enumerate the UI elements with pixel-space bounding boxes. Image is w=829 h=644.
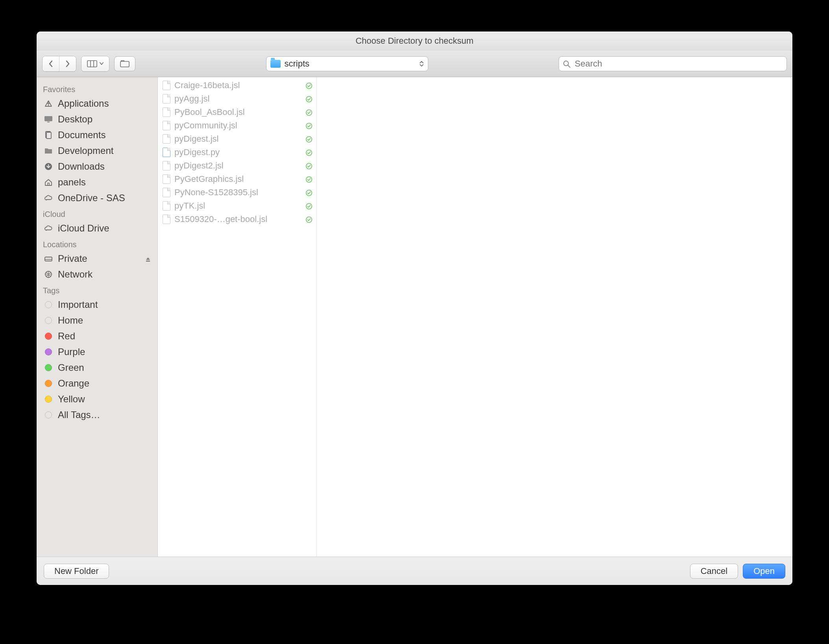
sidebar-item-tag-purple[interactable]: Purple: [37, 344, 157, 360]
svg-point-28: [306, 204, 312, 209]
eject-icon[interactable]: [145, 253, 151, 264]
sidebar-item-panels[interactable]: panels: [37, 174, 157, 190]
detail-column: [317, 77, 792, 557]
sidebar-item-tag-green[interactable]: Green: [37, 360, 157, 376]
forward-button[interactable]: [59, 56, 76, 71]
file-row[interactable]: Craige-16beta.jsl: [158, 79, 316, 92]
nav-seg: [42, 56, 76, 72]
folder-icon: [270, 60, 281, 68]
svg-rect-9: [44, 116, 52, 121]
sidebar-item-label: Orange: [58, 378, 89, 389]
svg-point-25: [306, 163, 312, 169]
tag-dot-icon: [43, 348, 54, 355]
grid-icon: [120, 60, 130, 67]
file-icon: [163, 134, 170, 144]
sidebar-item-network[interactable]: Network: [37, 266, 157, 282]
sidebar-item-label: Green: [58, 362, 84, 373]
svg-rect-10: [47, 122, 50, 122]
tag-dot-icon: [43, 380, 54, 387]
sidebar-item-onedrive[interactable]: OneDrive - SAS: [37, 190, 157, 206]
sidebar-item-label: Desktop: [58, 114, 93, 125]
new-folder-button[interactable]: New Folder: [44, 564, 109, 579]
file-row[interactable]: S1509320-…get-bool.jsl: [158, 213, 316, 226]
file-icon: [163, 161, 170, 170]
file-icon: [163, 94, 170, 104]
sync-status-icon: [305, 174, 313, 184]
file-name: pyDigest.py: [174, 147, 220, 157]
file-row[interactable]: pyAgg.jsl: [158, 92, 316, 105]
downloads-icon: [43, 162, 54, 171]
sidebar-item-downloads[interactable]: Downloads: [37, 159, 157, 174]
file-name: pyTK.jsl: [174, 201, 205, 211]
dialog-title: Choose Directory to checksum: [355, 36, 474, 46]
search-input[interactable]: [574, 58, 783, 69]
columns-icon: [87, 60, 97, 67]
sync-status-icon: [305, 147, 313, 157]
svg-rect-12: [46, 132, 51, 139]
svg-point-22: [306, 123, 312, 129]
file-icon: [163, 81, 170, 90]
sidebar-item-label: OneDrive - SAS: [58, 192, 125, 204]
chevron-right-icon: [65, 60, 70, 67]
back-button[interactable]: [43, 56, 59, 71]
documents-icon: [43, 131, 54, 139]
file-row[interactable]: pyTK.jsl: [158, 199, 316, 213]
sidebar-item-applications[interactable]: Applications: [37, 96, 157, 111]
apps-icon: [43, 99, 54, 108]
cancel-button[interactable]: Cancel: [690, 564, 738, 579]
sidebar-item-tag-all[interactable]: All Tags…: [37, 407, 157, 423]
file-row[interactable]: pyDigest.jsl: [158, 132, 316, 146]
sidebar-item-icloud-drive[interactable]: iCloud Drive: [37, 220, 157, 236]
file-row[interactable]: pyDigest2.jsl: [158, 159, 316, 172]
search-icon: [563, 59, 571, 69]
cloud-icon: [43, 194, 54, 202]
desktop-icon: [43, 115, 54, 124]
svg-point-19: [306, 83, 312, 89]
file-row[interactable]: PyBool_AsBool.jsl: [158, 105, 316, 119]
sidebar-item-tag-important[interactable]: Important: [37, 297, 157, 313]
tag-dot-icon: [43, 411, 54, 418]
sidebar-item-documents[interactable]: Documents: [37, 127, 157, 143]
file-name: pyCommunity.jsl: [174, 120, 237, 131]
view-seg: [81, 56, 109, 72]
sidebar: FavoritesApplicationsDesktopDocumentsDev…: [37, 77, 158, 557]
sync-status-icon: [305, 214, 313, 224]
open-dialog: Choose Directory to checksum: [37, 31, 792, 585]
file-row[interactable]: pyDigest.py: [158, 146, 316, 159]
chevron-left-icon: [48, 60, 54, 67]
sidebar-item-private[interactable]: Private: [37, 251, 157, 266]
file-name: PyGetGraphics.jsl: [174, 174, 244, 184]
sidebar-item-development[interactable]: Development: [37, 143, 157, 159]
sidebar-item-tag-home[interactable]: Home: [37, 313, 157, 328]
file-icon: [163, 188, 170, 197]
sidebar-item-label: Development: [58, 145, 113, 156]
tag-dot-icon: [43, 333, 54, 340]
sync-status-icon: [305, 134, 313, 144]
file-icon: [163, 148, 170, 157]
folder-icon: [43, 146, 54, 155]
sidebar-header: Favorites: [37, 81, 157, 96]
search-field[interactable]: [559, 56, 787, 71]
file-name: PyNone-S1528395.jsl: [174, 187, 258, 198]
file-name: Craige-16beta.jsl: [174, 80, 240, 91]
path-popup[interactable]: scripts: [266, 56, 428, 71]
sync-status-icon: [305, 201, 313, 211]
sidebar-item-tag-yellow[interactable]: Yellow: [37, 391, 157, 407]
group-button[interactable]: [114, 56, 135, 71]
open-button[interactable]: Open: [743, 564, 785, 579]
sidebar-item-tag-orange[interactable]: Orange: [37, 376, 157, 391]
sidebar-item-label: Home: [58, 315, 83, 326]
current-folder-label: scripts: [285, 59, 310, 69]
tag-dot-icon: [43, 317, 54, 324]
sidebar-item-desktop[interactable]: Desktop: [37, 111, 157, 127]
file-name: PyBool_AsBool.jsl: [174, 107, 245, 117]
file-row[interactable]: pyCommunity.jsl: [158, 119, 316, 132]
drive-icon: [43, 254, 54, 263]
view-mode-button[interactable]: [81, 56, 109, 71]
sidebar-item-label: Downloads: [58, 161, 105, 172]
file-row[interactable]: PyNone-S1528395.jsl: [158, 186, 316, 199]
file-row[interactable]: PyGetGraphics.jsl: [158, 172, 316, 186]
sync-status-icon: [305, 80, 313, 91]
sidebar-item-tag-red[interactable]: Red: [37, 328, 157, 344]
sidebar-header: iCloud: [37, 206, 157, 220]
